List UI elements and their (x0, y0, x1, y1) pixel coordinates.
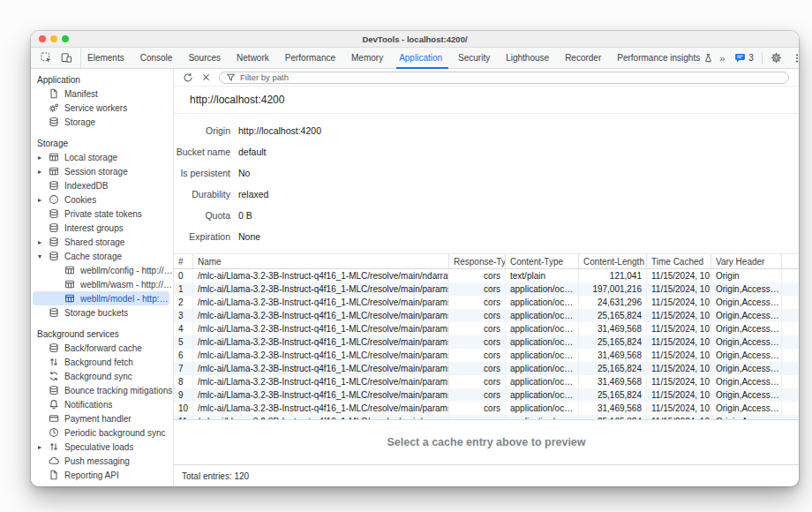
column-header-content-type[interactable]: Content-Type (506, 254, 579, 268)
column-header-filler (782, 254, 799, 268)
sidebar-item[interactable]: webllm/model - http://loc… (33, 291, 169, 305)
panel-tab[interactable]: Elements (81, 48, 134, 68)
table-row[interactable]: 2 /mlc-ai/Llama-3.2-3B-Instruct-q4f16_1-… (174, 296, 799, 309)
column-header-time-cached[interactable]: Time Cached (647, 254, 711, 268)
sidebar-item[interactable]: Notifications (31, 397, 173, 411)
table-row[interactable]: 6 /mlc-ai/Llama-3.2-3B-Instruct-q4f16_1-… (174, 349, 799, 362)
panel-tab[interactable]: Performance insights (611, 48, 719, 68)
settings-gear-icon[interactable] (771, 52, 783, 64)
sidebar-item[interactable]: ▸ Session storage (31, 164, 173, 178)
disclosure-caret[interactable]: ▸ (38, 168, 49, 176)
sidebar-item-label: webllm/model - http://loc… (80, 294, 169, 304)
cell-content-type: application/oc… (506, 362, 579, 375)
cell-vary-header: Origin,Access… (711, 349, 782, 362)
sidebar-item-label: Periodic background sync (64, 428, 166, 438)
panel-tab[interactable]: Lighthouse (500, 48, 559, 68)
sidebar-item[interactable]: IndexedDB (31, 178, 173, 192)
sidebar-item[interactable]: Background sync (31, 369, 173, 383)
bell-icon (49, 399, 59, 410)
device-toolbar-icon[interactable] (60, 52, 72, 64)
sidebar-item[interactable]: Back/forward cache (31, 341, 173, 355)
sidebar-item[interactable]: Storage (31, 115, 173, 129)
cell-name: /mlc-ai/Llama-3.2-3B-Instruct-q4f16_1-ML… (193, 309, 449, 322)
table-row[interactable]: 1 /mlc-ai/Llama-3.2-3B-Instruct-q4f16_1-… (174, 282, 799, 296)
tab-label: Application (399, 53, 442, 63)
cell-response-type: cors (449, 375, 506, 388)
table-row[interactable]: 5 /mlc-ai/Llama-3.2-3B-Instruct-q4f16_1-… (174, 335, 799, 349)
table-row[interactable]: 9 /mlc-ai/Llama-3.2-3B-Instruct-q4f16_1-… (174, 388, 799, 402)
minimize-button[interactable] (50, 35, 57, 42)
sidebar-item[interactable]: Manifest (31, 87, 173, 101)
more-tabs-icon[interactable]: » (719, 53, 726, 64)
file-icon (49, 88, 59, 99)
panel-tab[interactable]: Application (393, 48, 452, 68)
sidebar-item[interactable]: Payment handler (31, 411, 173, 425)
sidebar-item[interactable]: ▸ Shared storage (31, 235, 173, 249)
column-header-name[interactable]: Name (193, 254, 449, 268)
sidebar-item[interactable]: ▾ Cache storage (31, 249, 173, 263)
panel-tab[interactable]: Memory (345, 48, 393, 68)
kebab-menu-icon[interactable] (791, 52, 799, 64)
sidebar-item[interactable]: Periodic background sync (31, 425, 173, 440)
metadata-label: Is persistent (174, 168, 230, 178)
table-row[interactable]: 4 /mlc-ai/Llama-3.2-3B-Instruct-q4f16_1-… (174, 322, 799, 335)
tab-label: Network (237, 53, 269, 63)
clear-icon[interactable] (200, 72, 212, 83)
updown-icon (49, 357, 59, 367)
table-row[interactable]: 7 /mlc-ai/Llama-3.2-3B-Instruct-q4f16_1-… (174, 362, 799, 375)
sidebar-item[interactable]: Service workers (31, 101, 173, 115)
table-row[interactable]: 8 /mlc-ai/Llama-3.2-3B-Instruct-q4f16_1-… (174, 375, 799, 388)
disclosure-caret[interactable]: ▸ (38, 238, 49, 246)
database-icon (49, 117, 59, 127)
refresh-icon[interactable] (182, 72, 193, 83)
disclosure-caret[interactable]: ▾ (38, 252, 49, 260)
sidebar-item[interactable]: Private state tokens (31, 207, 173, 221)
column-header-vary-header[interactable]: Vary Header (711, 254, 782, 268)
sidebar-item[interactable]: Background fetch (31, 355, 173, 369)
sidebar-item[interactable]: ▸ Local storage (31, 150, 173, 164)
sidebar-item[interactable]: webllm/config - http://loc… (31, 263, 173, 277)
cell-name: /mlc-ai/Llama-3.2-3B-Instruct-q4f16_1-ML… (193, 402, 449, 415)
metadata-value: None (238, 231, 260, 242)
sidebar-item[interactable]: Push messaging (31, 454, 173, 468)
table-row[interactable]: 0 /mlc-ai/Llama-3.2-3B-Instruct-q4f16_1-… (174, 269, 799, 282)
disclosure-caret[interactable]: ▸ (38, 196, 49, 204)
tab-label: Performance (285, 53, 335, 63)
sidebar-item[interactable]: ▸ Cookies (31, 192, 173, 207)
sidebar-item[interactable]: Storage buckets (31, 305, 173, 320)
panel-tab[interactable]: Performance (279, 48, 345, 68)
filter-by-path-input[interactable] (240, 72, 782, 82)
sidebar-item[interactable]: Interest groups (31, 221, 173, 235)
sidebar-item[interactable]: Bounce tracking mitigations (31, 383, 173, 397)
cell-index: 5 (174, 335, 193, 349)
cell-content-type: text/plain (506, 269, 579, 282)
panel-tab[interactable]: Sources (182, 48, 230, 68)
sidebar-item[interactable]: ▸ Speculative loads (31, 440, 173, 454)
close-button[interactable] (39, 35, 46, 42)
panel-tab[interactable]: Network (230, 48, 279, 68)
grid-header-row: # Name Response-Type Content-Type Conten… (174, 254, 799, 269)
panel-tab[interactable]: Recorder (559, 48, 611, 68)
column-header-response-type[interactable]: Response-Type (449, 254, 506, 268)
inspect-icon[interactable] (40, 52, 52, 64)
table-row[interactable]: 3 /mlc-ai/Llama-3.2-3B-Instruct-q4f16_1-… (174, 309, 799, 322)
panel-tab[interactable]: Console (134, 48, 183, 68)
panel-tab[interactable]: Security (452, 48, 500, 68)
devtools-content: Application Manifest Service workers Sto… (31, 69, 799, 486)
metadata-row: Is persistent No (174, 162, 799, 184)
table-icon (64, 279, 75, 290)
issues-counter[interactable]: 3 (733, 52, 754, 64)
sidebar-item[interactable]: Reporting API (31, 468, 173, 482)
disclosure-caret[interactable]: ▸ (38, 154, 49, 162)
sidebar-item[interactable]: webllm/wasm - http://loca… (31, 277, 173, 291)
column-header-content-length[interactable]: Content-Length (579, 254, 647, 268)
zoom-button[interactable] (62, 35, 69, 42)
cell-content-type: application/oc… (506, 375, 579, 388)
column-header-index[interactable]: # (174, 254, 193, 268)
disclosure-caret[interactable]: ▸ (38, 443, 49, 451)
table-row[interactable]: 10 /mlc-ai/Llama-3.2-3B-Instruct-q4f16_1… (174, 402, 799, 415)
total-entries-label: Total entries: 120 (182, 471, 249, 481)
sidebar-item-label: webllm/wasm - http://loca… (80, 280, 173, 290)
cell-vary-header: Origin,Access… (711, 335, 782, 349)
cell-content-length: 31,469,568 (579, 402, 647, 415)
